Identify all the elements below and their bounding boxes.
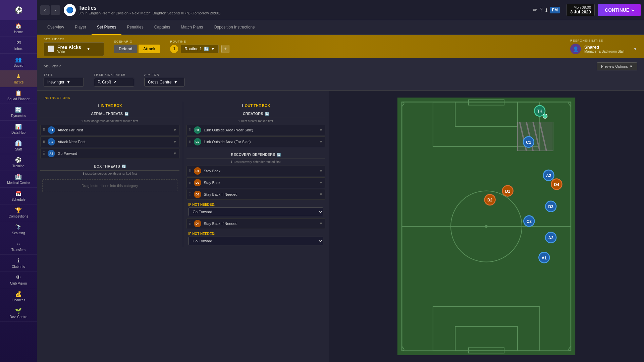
tab-captains[interactable]: Captains xyxy=(149,20,175,35)
taker-external-icon: ↗ xyxy=(113,80,116,84)
svg-text:A3: A3 xyxy=(548,236,554,240)
creators-info-icon: ℹ xyxy=(238,119,239,123)
info-icon[interactable]: ℹ xyxy=(545,7,547,13)
recovery-item-D4[interactable]: ⠿ D4 Stay Back If Needed ▼ xyxy=(186,218,326,229)
tab-match-plans[interactable]: Match Plans xyxy=(175,20,208,35)
edit-icon[interactable]: ✏ xyxy=(533,7,537,13)
instr-text-D2: Stay Back xyxy=(204,181,319,185)
sidebar-item-training[interactable]: ⚽ Training xyxy=(0,154,37,171)
tab-player[interactable]: Player xyxy=(69,20,92,35)
sidebar-item-data-hub[interactable]: 📊 Data Hub xyxy=(0,121,37,137)
sidebar-item-transfers[interactable]: ↔ Transfers xyxy=(0,238,37,255)
instr-arrow-A3[interactable]: ▼ xyxy=(173,151,177,156)
instr-arrow-D2[interactable]: ▼ xyxy=(319,180,323,185)
sidebar-item-club-info[interactable]: ℹ Club Info xyxy=(0,255,37,272)
topbar-day: Mon 09:00 xyxy=(570,5,591,9)
sidebar-item-medical[interactable]: 🏥 Medical Centre xyxy=(0,171,37,188)
drag-handle[interactable]: ⠿ xyxy=(189,128,192,132)
sidebar-item-squad-planner[interactable]: 📋 Squad Planner xyxy=(0,87,37,104)
instr-arrow-C1[interactable]: ▼ xyxy=(319,128,323,132)
instr-arrow-D3[interactable]: ▼ xyxy=(319,192,323,197)
scenario-label: SCENARIO xyxy=(114,40,160,43)
sidebar-item-staff[interactable]: 👔 Staff xyxy=(0,137,37,154)
drag-handle[interactable]: ⠿ xyxy=(189,139,192,144)
sidebar-item-finances[interactable]: 💰 Finances xyxy=(0,288,37,305)
sidebar-item-home[interactable]: 🏠 Home xyxy=(0,20,37,37)
sidebar-label-tactics: Tactics xyxy=(13,80,24,84)
if-not-dropdown-D4[interactable]: Go Forward Stay Back Stay Back If Needed xyxy=(189,237,324,245)
set-pieces-section: SET PIECES ⬜ Free Kicks Wide ▼ xyxy=(44,38,104,56)
sidebar-item-club-vision[interactable]: 👁 Club Vision xyxy=(0,272,37,288)
instructions-panel: INSTRUCTIONS ℹ IN THE BOX AERIAL THREATS… xyxy=(37,91,329,362)
drag-handle[interactable]: ⠿ xyxy=(43,128,46,132)
aerial-item-A3[interactable]: ⠿ A3 Go Forward ▼ xyxy=(40,148,179,159)
routine-area: 1 Routine 1 🔄 ▼ + xyxy=(170,45,560,53)
set-pieces-dropdown-icon[interactable]: ▼ xyxy=(87,47,91,51)
continue-button[interactable]: CONTINUE » xyxy=(598,4,641,16)
tab-penalties[interactable]: Penalties xyxy=(121,20,149,35)
recovery-item-D3[interactable]: ⠿ D3 Stay Back If Needed ▼ xyxy=(186,189,326,200)
drag-handle[interactable]: ⠿ xyxy=(189,169,192,173)
svg-text:C1: C1 xyxy=(526,140,531,145)
creator-item-C2[interactable]: ⠿ C2 Lurk Outside Area (Far Side) ▼ xyxy=(186,136,326,147)
aim-select[interactable]: Cross Centre ▼ xyxy=(144,78,184,86)
drag-handle[interactable]: ⠿ xyxy=(43,151,46,156)
if-not-select-D3[interactable]: Go Forward Stay Back Stay Back If Needed xyxy=(189,207,324,216)
creator-item-C1[interactable]: ⠿ C1 Lurk Outside Area (Near Side) ▼ xyxy=(186,125,326,135)
aerial-item-A2[interactable]: ⠿ A2 Attack Near Post ▼ xyxy=(40,136,179,147)
creators-info: ℹ Best creator ranked first xyxy=(186,119,326,125)
sidebar-item-schedule[interactable]: 📅 Schedule xyxy=(0,188,37,204)
drag-handle[interactable]: ⠿ xyxy=(189,221,192,226)
if-not-dropdown-D3[interactable]: Go Forward Stay Back Stay Back If Needed xyxy=(189,207,324,216)
sidebar-label-squad-planner: Squad Planner xyxy=(7,97,30,101)
attack-button[interactable]: Attack xyxy=(139,45,160,53)
creators-refresh-icon: 🔄 xyxy=(265,112,269,116)
sidebar-icon-schedule: 📅 xyxy=(15,190,22,197)
recovery-item-D1[interactable]: ⠿ D1 Stay Back ▼ xyxy=(186,166,326,176)
sidebar-item-tactics[interactable]: ♟ Tactics xyxy=(0,70,37,87)
tab-set-pieces[interactable]: Set Pieces xyxy=(92,20,121,35)
recovery-item-D2[interactable]: ⠿ D2 Stay Back ▼ xyxy=(186,177,326,188)
instr-text-A1: Attack Far Post xyxy=(58,128,173,132)
tab-overview[interactable]: Overview xyxy=(42,20,69,35)
instr-arrow-D1[interactable]: ▼ xyxy=(319,169,323,173)
instr-text-D4: Stay Back If Needed xyxy=(204,222,319,226)
topbar-datetime: Mon 09:00 3 Jul 2023 xyxy=(567,4,595,16)
defend-button[interactable]: Defend xyxy=(114,45,137,53)
instr-text-A3: Go Forward xyxy=(58,152,173,156)
box-info-icon: ℹ xyxy=(83,172,84,175)
aerial-item-A1[interactable]: ⠿ A1 Attack Far Post ▼ xyxy=(40,125,179,135)
tab-opp-instructions[interactable]: Opposition Instructions xyxy=(208,20,260,35)
routine-select[interactable]: Routine 1 🔄 ▼ xyxy=(181,45,218,53)
sidebar-item-scouting[interactable]: 🔭 Scouting xyxy=(0,221,37,238)
type-select[interactable]: Inswinger ▼ xyxy=(44,78,84,86)
sidebar-item-inbox[interactable]: ✉ Inbox xyxy=(0,37,37,54)
resp-dropdown-icon[interactable]: ▼ xyxy=(633,47,637,51)
routine-add-button[interactable]: + xyxy=(221,45,229,53)
fm-badge: FM xyxy=(550,7,560,13)
nav-forward-button[interactable]: › xyxy=(51,5,60,15)
drag-handle[interactable]: ⠿ xyxy=(189,192,192,197)
sidebar-item-squad[interactable]: 👥 Squad xyxy=(0,54,37,70)
instr-arrow-C2[interactable]: ▼ xyxy=(319,139,323,144)
set-pieces-select[interactable]: ⬜ Free Kicks Wide ▼ xyxy=(44,42,104,56)
badge-A2: A2 xyxy=(48,138,55,145)
sidebar-item-competitions[interactable]: 🏆 Competitions xyxy=(0,204,37,221)
responsibilities-section: RESPONSIBILITIES 👤 Shared Manager & Back… xyxy=(570,39,637,54)
sidebar-icon-medical: 🏥 xyxy=(15,174,22,180)
nav-back-button[interactable]: ‹ xyxy=(40,5,50,15)
sidebar-item-dev-centre[interactable]: 🌱 Dev. Centre xyxy=(0,305,37,322)
instr-arrow-D4[interactable]: ▼ xyxy=(319,221,323,226)
taker-select[interactable]: P. Groß ↗ xyxy=(94,78,134,86)
instr-arrow-A1[interactable]: ▼ xyxy=(173,128,177,132)
set-pieces-label: SET PIECES xyxy=(44,38,104,41)
drag-handle[interactable]: ⠿ xyxy=(189,180,192,185)
preview-options-button[interactable]: Preview Options ▼ xyxy=(597,62,637,70)
sidebar-label-club-vision: Club Vision xyxy=(10,282,27,285)
instr-arrow-A2[interactable]: ▼ xyxy=(173,139,177,144)
help-icon[interactable]: ? xyxy=(540,7,543,13)
drag-handle[interactable]: ⠿ xyxy=(43,139,46,144)
sidebar-item-dynamics[interactable]: 🔄 Dynamics xyxy=(0,104,37,121)
page-subtitle: 5th in English Premier Division - Next M… xyxy=(78,11,533,15)
if-not-select-D4[interactable]: Go Forward Stay Back Stay Back If Needed xyxy=(189,237,324,245)
